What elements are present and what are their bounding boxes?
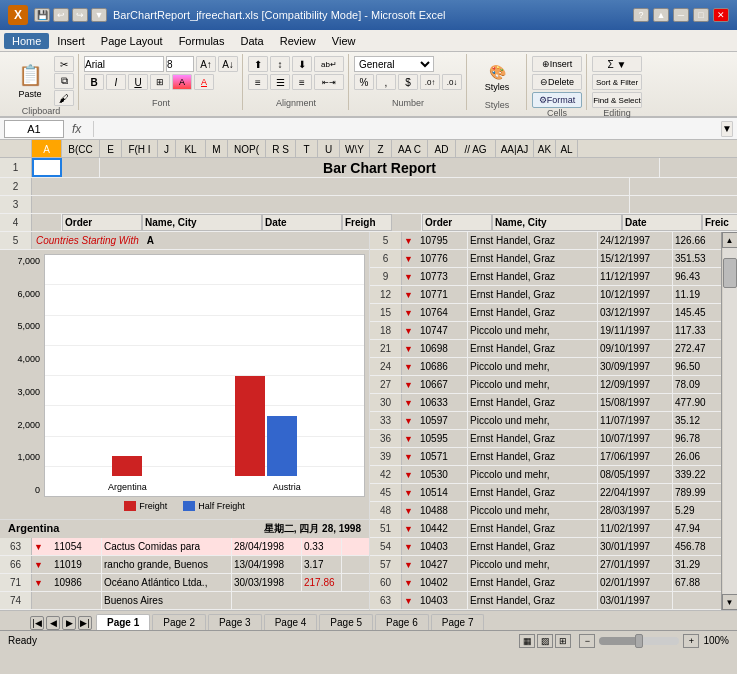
cell-order[interactable]: 10698 (418, 340, 468, 357)
cell-freight[interactable]: 96.78 (673, 430, 721, 447)
cell-freight[interactable]: 67.88 (673, 574, 721, 591)
col-header-AK[interactable]: AK (534, 140, 556, 158)
cell-date[interactable]: 10/12/1997 (598, 286, 673, 303)
cell-order[interactable]: 10771 (418, 286, 468, 303)
cell-freight[interactable]: 126.66 (673, 232, 721, 249)
cell-name[interactable]: Piccolo und mehr, (468, 322, 598, 339)
prev-tab-btn[interactable]: ◀ (46, 616, 60, 630)
menu-home[interactable]: Home (4, 33, 49, 49)
cell-freight[interactable]: 26.06 (673, 448, 721, 465)
currency-btn[interactable]: $ (398, 74, 418, 90)
cell-4-spacer[interactable] (392, 214, 422, 231)
underline-button[interactable]: U (128, 74, 148, 90)
cell-2[interactable] (32, 178, 630, 195)
cell-date[interactable]: 09/10/1997 (598, 340, 673, 357)
cut-button[interactable]: ✂ (54, 56, 74, 72)
indent-btn[interactable]: ⇤⇥ (314, 74, 344, 90)
cell-date[interactable]: 02/01/1997 (598, 574, 673, 591)
col-header-J[interactable]: J (158, 140, 176, 158)
cell-freight[interactable]: 11.19 (673, 286, 721, 303)
styles-button[interactable]: 🎨 Styles (472, 56, 522, 100)
cell-freight[interactable]: 47.94 (673, 520, 721, 537)
percent-btn[interactable]: % (354, 74, 374, 90)
font-name-input[interactable] (84, 56, 164, 72)
cell-order[interactable]: 10776 (418, 250, 468, 267)
copy-button[interactable]: ⧉ (54, 73, 74, 89)
cell-order[interactable]: 10633 (418, 394, 468, 411)
comma-btn[interactable]: , (376, 74, 396, 90)
sort-filter-btn[interactable]: Sort & Filter (592, 74, 642, 90)
cell-date[interactable]: 12/09/1997 (598, 376, 673, 393)
normal-view-btn[interactable]: ▦ (519, 634, 535, 648)
order-11019[interactable]: 11019 (52, 556, 102, 573)
cell-empty[interactable] (52, 592, 102, 609)
col-header-B[interactable]: B(CC (62, 140, 100, 158)
cell-freight[interactable] (673, 592, 721, 609)
tab-page4[interactable]: Page 4 (264, 614, 318, 630)
cell-name[interactable]: Ernst Handel, Graz (468, 592, 598, 609)
col-freight-right[interactable]: Freic (702, 214, 737, 231)
expand-formula-btn[interactable]: ▼ (721, 121, 733, 137)
formula-input[interactable] (102, 120, 717, 138)
cell-name[interactable]: Ernst Handel, Graz (468, 520, 598, 537)
freight-11019[interactable]: 3.17 (302, 556, 342, 573)
save-quick-btn[interactable]: 💾 (34, 8, 50, 22)
delete-cells-btn[interactable]: ⊖ Delete (532, 74, 582, 90)
tab-page2[interactable]: Page 2 (152, 614, 206, 630)
cell-B1[interactable] (62, 158, 100, 177)
col-header-T[interactable]: T (296, 140, 318, 158)
align-left-btn[interactable]: ≡ (248, 74, 268, 90)
more-quick-btn[interactable]: ▼ (91, 8, 107, 22)
cell-name[interactable]: Piccolo und mehr, (468, 502, 598, 519)
freight-11054[interactable]: 0.33 (302, 538, 342, 555)
tab-page5[interactable]: Page 5 (319, 614, 373, 630)
page-layout-btn[interactable]: ▨ (537, 634, 553, 648)
cell-date[interactable]: 11/12/1997 (598, 268, 673, 285)
zoom-thumb[interactable] (635, 634, 643, 648)
ribbon-toggle-btn[interactable]: ▲ (653, 8, 669, 22)
cell-freight[interactable]: 35.12 (673, 412, 721, 429)
col-date-right[interactable]: Date (622, 214, 702, 231)
align-middle-btn[interactable]: ↕ (270, 56, 290, 72)
col-header-AG[interactable]: // AG (456, 140, 496, 158)
cell-date[interactable]: 03/01/1997 (598, 592, 673, 609)
cell-freight[interactable]: 272.47 (673, 340, 721, 357)
date-10986[interactable]: 30/03/1998 (232, 574, 302, 591)
scroll-up-btn[interactable]: ▲ (722, 232, 738, 248)
redo-quick-btn[interactable]: ↪ (72, 8, 88, 22)
cell-4a[interactable] (32, 214, 62, 231)
paste-button[interactable]: 📋 Paste (8, 59, 52, 103)
cell-A1[interactable] (32, 158, 62, 177)
minimize-btn[interactable]: ─ (673, 8, 689, 22)
cell-name[interactable]: Ernst Handel, Graz (468, 394, 598, 411)
tab-page7[interactable]: Page 7 (431, 614, 485, 630)
number-format-select[interactable]: General (354, 56, 434, 72)
bold-button[interactable]: B (84, 74, 104, 90)
last-tab-btn[interactable]: ▶| (78, 616, 92, 630)
date-11054[interactable]: 28/04/1998 (232, 538, 302, 555)
cell-date[interactable]: 24/12/1997 (598, 232, 673, 249)
countries-label[interactable]: Countries Starting With (32, 232, 143, 249)
col-header-WY[interactable]: W\Y (340, 140, 370, 158)
align-right-btn[interactable]: ≡ (292, 74, 312, 90)
tab-page3[interactable]: Page 3 (208, 614, 262, 630)
sum-btn[interactable]: Σ ▼ (592, 56, 642, 72)
cell-name[interactable]: Ernst Handel, Graz (468, 286, 598, 303)
tab-page6[interactable]: Page 6 (375, 614, 429, 630)
first-tab-btn[interactable]: |◀ (30, 616, 44, 630)
cell-freight[interactable]: 145.45 (673, 304, 721, 321)
cell-order[interactable]: 10747 (418, 322, 468, 339)
cell-order[interactable]: 10595 (418, 430, 468, 447)
col-header-AAAJ[interactable]: AA|AJ (496, 140, 534, 158)
col-header-F[interactable]: F(H I (122, 140, 158, 158)
cell-date[interactable]: 11/07/1997 (598, 412, 673, 429)
border-button[interactable]: ⊞ (150, 74, 170, 90)
col-name-left[interactable]: Name, City (142, 214, 262, 231)
order-10986[interactable]: 10986 (52, 574, 102, 591)
menu-view[interactable]: View (324, 33, 364, 49)
cell-freight[interactable]: 31.29 (673, 556, 721, 573)
col-header-AAC[interactable]: AA C (392, 140, 428, 158)
align-top-btn[interactable]: ⬆ (248, 56, 268, 72)
cell-freight[interactable]: 78.09 (673, 376, 721, 393)
cell-date[interactable]: 22/04/1997 (598, 484, 673, 501)
